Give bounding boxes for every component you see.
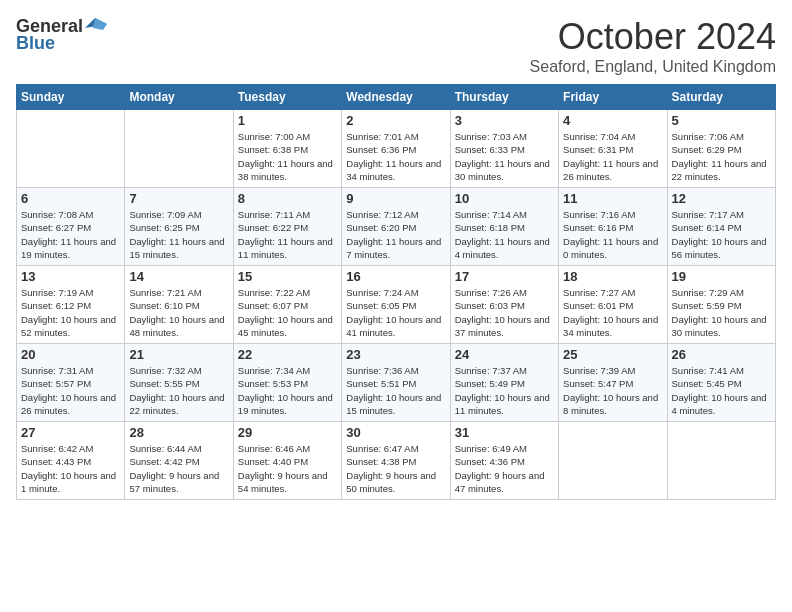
day-number: 4 — [563, 113, 662, 128]
day-info: Sunrise: 6:47 AM Sunset: 4:38 PM Dayligh… — [346, 442, 445, 495]
calendar-cell — [667, 422, 775, 500]
calendar-table: SundayMondayTuesdayWednesdayThursdayFrid… — [16, 84, 776, 500]
day-number: 30 — [346, 425, 445, 440]
day-number: 19 — [672, 269, 771, 284]
calendar-week-row: 6Sunrise: 7:08 AM Sunset: 6:27 PM Daylig… — [17, 188, 776, 266]
day-info: Sunrise: 7:11 AM Sunset: 6:22 PM Dayligh… — [238, 208, 337, 261]
day-info: Sunrise: 7:06 AM Sunset: 6:29 PM Dayligh… — [672, 130, 771, 183]
day-number: 2 — [346, 113, 445, 128]
calendar-cell: 11Sunrise: 7:16 AM Sunset: 6:16 PM Dayli… — [559, 188, 667, 266]
calendar-cell — [125, 110, 233, 188]
calendar-cell: 12Sunrise: 7:17 AM Sunset: 6:14 PM Dayli… — [667, 188, 775, 266]
day-info: Sunrise: 7:34 AM Sunset: 5:53 PM Dayligh… — [238, 364, 337, 417]
calendar-cell: 18Sunrise: 7:27 AM Sunset: 6:01 PM Dayli… — [559, 266, 667, 344]
day-number: 16 — [346, 269, 445, 284]
calendar-cell: 21Sunrise: 7:32 AM Sunset: 5:55 PM Dayli… — [125, 344, 233, 422]
calendar-cell: 4Sunrise: 7:04 AM Sunset: 6:31 PM Daylig… — [559, 110, 667, 188]
day-number: 25 — [563, 347, 662, 362]
day-info: Sunrise: 7:22 AM Sunset: 6:07 PM Dayligh… — [238, 286, 337, 339]
day-number: 7 — [129, 191, 228, 206]
calendar-week-row: 1Sunrise: 7:00 AM Sunset: 6:38 PM Daylig… — [17, 110, 776, 188]
day-info: Sunrise: 7:08 AM Sunset: 6:27 PM Dayligh… — [21, 208, 120, 261]
day-header-tuesday: Tuesday — [233, 85, 341, 110]
day-header-saturday: Saturday — [667, 85, 775, 110]
calendar-cell: 17Sunrise: 7:26 AM Sunset: 6:03 PM Dayli… — [450, 266, 558, 344]
day-info: Sunrise: 7:09 AM Sunset: 6:25 PM Dayligh… — [129, 208, 228, 261]
day-number: 12 — [672, 191, 771, 206]
day-info: Sunrise: 6:46 AM Sunset: 4:40 PM Dayligh… — [238, 442, 337, 495]
calendar-week-row: 27Sunrise: 6:42 AM Sunset: 4:43 PM Dayli… — [17, 422, 776, 500]
calendar-cell: 14Sunrise: 7:21 AM Sunset: 6:10 PM Dayli… — [125, 266, 233, 344]
page-header: General Blue October 2024 Seaford, Engla… — [16, 16, 776, 76]
calendar-week-row: 20Sunrise: 7:31 AM Sunset: 5:57 PM Dayli… — [17, 344, 776, 422]
calendar-cell: 5Sunrise: 7:06 AM Sunset: 6:29 PM Daylig… — [667, 110, 775, 188]
calendar-cell: 25Sunrise: 7:39 AM Sunset: 5:47 PM Dayli… — [559, 344, 667, 422]
day-header-thursday: Thursday — [450, 85, 558, 110]
day-info: Sunrise: 7:21 AM Sunset: 6:10 PM Dayligh… — [129, 286, 228, 339]
calendar-cell — [559, 422, 667, 500]
day-number: 10 — [455, 191, 554, 206]
svg-marker-1 — [93, 18, 107, 30]
calendar-cell: 13Sunrise: 7:19 AM Sunset: 6:12 PM Dayli… — [17, 266, 125, 344]
day-number: 5 — [672, 113, 771, 128]
day-number: 31 — [455, 425, 554, 440]
day-info: Sunrise: 7:14 AM Sunset: 6:18 PM Dayligh… — [455, 208, 554, 261]
month-title: October 2024 — [530, 16, 776, 58]
day-info: Sunrise: 7:04 AM Sunset: 6:31 PM Dayligh… — [563, 130, 662, 183]
logo: General Blue — [16, 16, 107, 54]
day-header-wednesday: Wednesday — [342, 85, 450, 110]
day-info: Sunrise: 7:29 AM Sunset: 5:59 PM Dayligh… — [672, 286, 771, 339]
day-number: 27 — [21, 425, 120, 440]
title-section: October 2024 Seaford, England, United Ki… — [530, 16, 776, 76]
day-number: 28 — [129, 425, 228, 440]
day-info: Sunrise: 7:32 AM Sunset: 5:55 PM Dayligh… — [129, 364, 228, 417]
day-number: 17 — [455, 269, 554, 284]
day-info: Sunrise: 7:12 AM Sunset: 6:20 PM Dayligh… — [346, 208, 445, 261]
day-info: Sunrise: 7:31 AM Sunset: 5:57 PM Dayligh… — [21, 364, 120, 417]
day-number: 3 — [455, 113, 554, 128]
calendar-cell: 8Sunrise: 7:11 AM Sunset: 6:22 PM Daylig… — [233, 188, 341, 266]
calendar-cell: 26Sunrise: 7:41 AM Sunset: 5:45 PM Dayli… — [667, 344, 775, 422]
day-info: Sunrise: 6:44 AM Sunset: 4:42 PM Dayligh… — [129, 442, 228, 495]
calendar-cell: 3Sunrise: 7:03 AM Sunset: 6:33 PM Daylig… — [450, 110, 558, 188]
day-number: 24 — [455, 347, 554, 362]
day-number: 11 — [563, 191, 662, 206]
day-info: Sunrise: 7:37 AM Sunset: 5:49 PM Dayligh… — [455, 364, 554, 417]
day-info: Sunrise: 7:36 AM Sunset: 5:51 PM Dayligh… — [346, 364, 445, 417]
day-info: Sunrise: 6:42 AM Sunset: 4:43 PM Dayligh… — [21, 442, 120, 495]
day-number: 20 — [21, 347, 120, 362]
calendar-cell: 2Sunrise: 7:01 AM Sunset: 6:36 PM Daylig… — [342, 110, 450, 188]
day-info: Sunrise: 7:03 AM Sunset: 6:33 PM Dayligh… — [455, 130, 554, 183]
calendar-cell: 7Sunrise: 7:09 AM Sunset: 6:25 PM Daylig… — [125, 188, 233, 266]
calendar-cell: 28Sunrise: 6:44 AM Sunset: 4:42 PM Dayli… — [125, 422, 233, 500]
day-number: 15 — [238, 269, 337, 284]
day-info: Sunrise: 7:00 AM Sunset: 6:38 PM Dayligh… — [238, 130, 337, 183]
logo-blue-text: Blue — [16, 33, 55, 54]
day-number: 6 — [21, 191, 120, 206]
calendar-cell: 6Sunrise: 7:08 AM Sunset: 6:27 PM Daylig… — [17, 188, 125, 266]
day-info: Sunrise: 7:27 AM Sunset: 6:01 PM Dayligh… — [563, 286, 662, 339]
calendar-cell: 24Sunrise: 7:37 AM Sunset: 5:49 PM Dayli… — [450, 344, 558, 422]
day-header-friday: Friday — [559, 85, 667, 110]
day-number: 8 — [238, 191, 337, 206]
calendar-cell: 10Sunrise: 7:14 AM Sunset: 6:18 PM Dayli… — [450, 188, 558, 266]
calendar-cell: 23Sunrise: 7:36 AM Sunset: 5:51 PM Dayli… — [342, 344, 450, 422]
calendar-header-row: SundayMondayTuesdayWednesdayThursdayFrid… — [17, 85, 776, 110]
logo-bird-icon — [85, 18, 107, 36]
day-number: 14 — [129, 269, 228, 284]
calendar-cell: 31Sunrise: 6:49 AM Sunset: 4:36 PM Dayli… — [450, 422, 558, 500]
calendar-cell: 9Sunrise: 7:12 AM Sunset: 6:20 PM Daylig… — [342, 188, 450, 266]
day-info: Sunrise: 7:24 AM Sunset: 6:05 PM Dayligh… — [346, 286, 445, 339]
calendar-cell: 16Sunrise: 7:24 AM Sunset: 6:05 PM Dayli… — [342, 266, 450, 344]
calendar-cell: 29Sunrise: 6:46 AM Sunset: 4:40 PM Dayli… — [233, 422, 341, 500]
day-info: Sunrise: 7:16 AM Sunset: 6:16 PM Dayligh… — [563, 208, 662, 261]
calendar-cell: 30Sunrise: 6:47 AM Sunset: 4:38 PM Dayli… — [342, 422, 450, 500]
day-info: Sunrise: 7:01 AM Sunset: 6:36 PM Dayligh… — [346, 130, 445, 183]
location-title: Seaford, England, United Kingdom — [530, 58, 776, 76]
day-info: Sunrise: 7:39 AM Sunset: 5:47 PM Dayligh… — [563, 364, 662, 417]
day-number: 21 — [129, 347, 228, 362]
day-header-sunday: Sunday — [17, 85, 125, 110]
day-number: 29 — [238, 425, 337, 440]
day-info: Sunrise: 6:49 AM Sunset: 4:36 PM Dayligh… — [455, 442, 554, 495]
calendar-week-row: 13Sunrise: 7:19 AM Sunset: 6:12 PM Dayli… — [17, 266, 776, 344]
